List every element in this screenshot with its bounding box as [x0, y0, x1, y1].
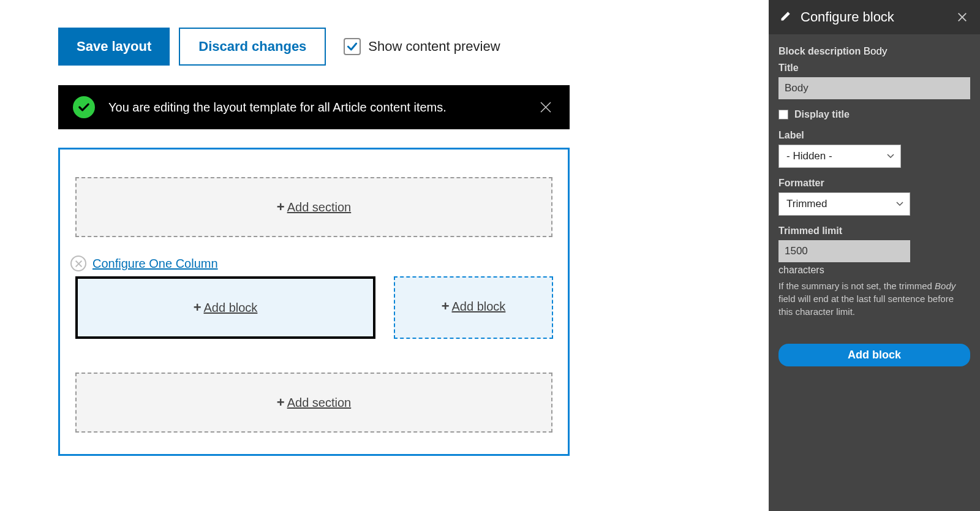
layout-canvas: +Add section Configure One Column +Add b… — [58, 148, 570, 456]
plus-icon: + — [194, 300, 202, 316]
remove-section-button[interactable] — [70, 255, 86, 271]
title-input[interactable] — [778, 77, 970, 99]
trimmed-limit-label: Trimmed limit — [778, 225, 970, 237]
label-select[interactable]: - Hidden - — [778, 145, 901, 168]
close-icon[interactable] — [537, 98, 555, 116]
panel-title: Configure block — [801, 9, 947, 25]
check-circle-icon — [73, 96, 95, 118]
plus-icon: + — [442, 298, 450, 314]
formatter-label: Formatter — [778, 178, 970, 189]
toolbar: Save layout Discard changes Show content… — [58, 28, 707, 66]
status-message: You are editing the layout template for … — [58, 85, 570, 129]
checkbox-checked-icon[interactable] — [344, 38, 361, 55]
panel-header: Configure block — [769, 0, 980, 34]
formatter-select[interactable]: Trimmed — [778, 192, 910, 216]
show-preview-label: Show content preview — [368, 39, 500, 55]
configure-section-link[interactable]: Configure One Column — [92, 257, 218, 271]
save-layout-button[interactable]: Save layout — [58, 28, 170, 66]
discard-changes-button[interactable]: Discard changes — [179, 28, 326, 66]
close-icon[interactable] — [956, 10, 969, 24]
chevron-down-icon — [887, 154, 894, 159]
block-description-row: Block description Body — [778, 45, 970, 58]
title-label: Title — [778, 62, 970, 74]
add-block-region-2[interactable]: +Add block — [394, 276, 553, 339]
trimmed-help-text: If the summary is not set, the trimmed B… — [778, 279, 970, 318]
configure-block-panel: Configure block Block description Body T… — [769, 0, 980, 511]
status-text: You are editing the layout template for … — [108, 100, 537, 115]
plus-icon: + — [277, 395, 285, 411]
trimmed-limit-input[interactable] — [778, 240, 910, 262]
display-title-label: Display title — [794, 109, 850, 120]
add-section-top[interactable]: +Add section — [75, 177, 552, 237]
chevron-down-icon — [896, 202, 903, 206]
plus-icon: + — [277, 199, 285, 215]
add-block-region-1[interactable]: +Add block — [75, 276, 375, 339]
show-preview-toggle[interactable]: Show content preview — [344, 38, 500, 55]
display-title-checkbox[interactable] — [778, 110, 788, 119]
label-field-label: Label — [778, 130, 970, 141]
add-block-button[interactable]: Add block — [778, 344, 970, 366]
trimmed-unit: characters — [778, 265, 970, 276]
pencil-icon — [780, 10, 792, 25]
add-section-bottom[interactable]: +Add section — [75, 373, 552, 433]
